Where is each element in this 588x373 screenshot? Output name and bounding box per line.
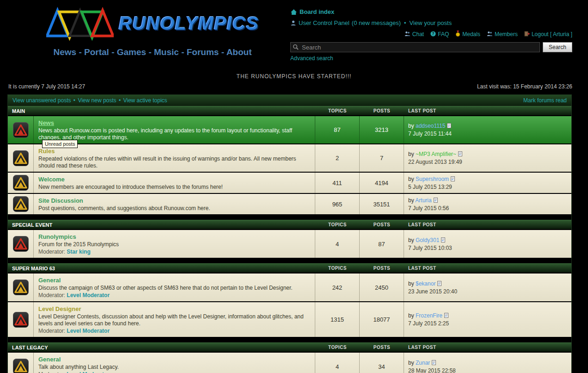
latest-post-icon[interactable]	[458, 151, 462, 158]
by-label: by	[408, 360, 416, 366]
view-unanswered-posts-link[interactable]: View unanswered posts	[12, 97, 71, 104]
last-post-author-link[interactable]: FrozenFire	[416, 312, 442, 319]
category-header: SUPER MARIO 63 TOPICS POSTS LAST POST	[8, 263, 571, 274]
latest-post-icon[interactable]	[434, 198, 438, 204]
moderator-link[interactable]: Level Moderator	[67, 328, 110, 334]
top-links: Chat?FAQMedalsMembersLogout [ Arturia ]	[290, 31, 572, 38]
by-label: by	[408, 237, 416, 243]
search-row: Search	[290, 42, 572, 52]
people-icon	[487, 31, 493, 38]
latest-post-icon[interactable]	[444, 313, 448, 319]
forum-last-post-cell: by Zunar 28 May 2015 22:58	[404, 353, 571, 373]
nav-link-forums[interactable]: Forums	[187, 47, 219, 57]
last-post-author-link[interactable]: addseo1115	[416, 123, 445, 129]
moderator-link[interactable]: Level Moderator	[67, 371, 110, 373]
nav-separator: -	[179, 47, 187, 57]
last-post-author-link[interactable]: Zunar	[416, 360, 430, 366]
ucp-link[interactable]: User Control Panel	[299, 19, 349, 26]
medal-icon	[455, 31, 460, 38]
forum-title-link[interactable]: Rules	[38, 148, 55, 155]
forum-box: View unanswered posts • View new posts •…	[7, 94, 572, 373]
forum-topics-count: 2	[315, 144, 360, 172]
last-post-author-line: by $ekanor	[408, 280, 567, 287]
forum-last-post-cell: by $ekanor 23 June 2015 20:40	[404, 274, 571, 301]
view-new-posts-link[interactable]: View new posts	[78, 97, 116, 104]
medals-link[interactable]: Medals	[455, 31, 480, 38]
last-post-author-link[interactable]: Supershroom	[416, 176, 449, 182]
forum-title-link[interactable]: Welcome	[38, 176, 65, 183]
advanced-search-link[interactable]: Advanced search	[290, 55, 333, 62]
categories-container: MAIN TOPICS POSTS LAST POST News News ab…	[8, 106, 571, 373]
announcement: THE RUNOLYMPICS HAVE STARTED!!!	[0, 73, 588, 80]
forum-posts-count: 4194	[360, 173, 404, 193]
nav-link-portal[interactable]: Portal	[84, 47, 109, 57]
forum-category: SPECIAL EVENT TOPICS POSTS LAST POST Run…	[8, 220, 571, 259]
forum-moderator-line: Moderator: Level Moderator	[38, 328, 310, 335]
latest-post-icon[interactable]	[451, 176, 455, 183]
forum-category: LAST LEGACY TOPICS POSTS LAST POST Gener…	[8, 342, 571, 373]
forum-title-link[interactable]: News	[38, 119, 54, 126]
forum-status-icon	[13, 280, 29, 295]
nav-link-about[interactable]: About	[227, 47, 252, 57]
faq-link[interactable]: ?FAQ	[430, 31, 449, 38]
nav-link-games[interactable]: Games	[117, 47, 146, 57]
latest-post-icon[interactable]	[437, 281, 441, 287]
forum-status-icon	[13, 196, 29, 212]
forum-category: MAIN TOPICS POSTS LAST POST News News ab…	[8, 106, 571, 215]
link-label: Members	[495, 31, 518, 37]
forum-topics-count: 4	[315, 230, 360, 258]
forum-description: Level Designer Contests, discussion abou…	[38, 313, 310, 327]
column-header-posts: POSTS	[360, 266, 404, 271]
forum-moderator-line: Moderator: Star king	[38, 249, 310, 255]
view-active-topics-link[interactable]: View active topics	[123, 97, 167, 104]
search-input[interactable]	[290, 42, 540, 52]
last-post-author-link[interactable]: ~MP3 Amplifier~	[416, 151, 456, 157]
forum-title-link[interactable]: Site Discussion	[38, 197, 83, 204]
moderator-link[interactable]: Star king	[67, 249, 90, 255]
user-icon	[290, 20, 296, 26]
header-right: Board index User Control Panel (0 new me…	[290, 8, 572, 66]
chat-link[interactable]: Chat	[404, 31, 424, 38]
last-post-author-link[interactable]: Goldy301	[416, 237, 439, 243]
forum-title-link[interactable]: Level Designer	[38, 305, 81, 312]
column-header-last-post: LAST POST	[404, 108, 571, 113]
last-post-author-line: by ~MP3 Amplifier~	[408, 151, 567, 158]
forum-info-cell: Level Designer Level Designer Contests, …	[34, 302, 315, 337]
members-link[interactable]: Members	[487, 31, 518, 38]
latest-post-icon[interactable]	[447, 123, 451, 130]
column-header-topics: TOPICS	[315, 345, 360, 350]
forum-icon-cell	[8, 353, 34, 373]
search-button[interactable]: Search	[543, 42, 572, 52]
last-post-author-link[interactable]: Arturia	[415, 197, 431, 204]
latest-post-icon[interactable]	[441, 237, 445, 244]
logout-link[interactable]: Logout [ Arturia ]	[524, 31, 572, 38]
forum-posts-count: 87	[360, 230, 404, 258]
forum-last-post-cell: by addseo1115 7 July 2015 11:44	[404, 116, 571, 143]
forum-topics-count: 4	[315, 353, 360, 373]
forum-info-cell: Welcome New members are encouraged to in…	[34, 173, 315, 193]
forum-title-link[interactable]: General	[38, 277, 61, 284]
by-label: by	[408, 151, 416, 157]
forum-title-link[interactable]: Runolympics	[38, 233, 76, 240]
forum-icon-cell	[8, 274, 34, 301]
forum-last-post-cell: by FrozenFire 7 July 2015 2:25	[404, 302, 571, 337]
column-header-posts: POSTS	[360, 108, 404, 113]
latest-post-icon[interactable]	[432, 360, 436, 367]
category-name: SUPER MARIO 63	[8, 266, 315, 271]
board-index-link[interactable]: Board index	[300, 8, 334, 15]
moderator-label: Moderator:	[38, 292, 67, 298]
moderator-label: Moderator:	[38, 328, 67, 334]
nav-separator: -	[109, 47, 117, 57]
last-visit: Last visit was: 15 February 2014 23:26	[477, 83, 572, 90]
last-post-author-link[interactable]: $ekanor	[416, 280, 435, 287]
mark-forums-read-link[interactable]: Mark forums read	[523, 97, 567, 104]
moderator-link[interactable]: Level Moderator	[67, 292, 110, 298]
forum-toolbar: View unanswered posts • View new posts •…	[8, 95, 571, 106]
forum-description: Talk about anything Last Legacy.	[38, 364, 310, 371]
nav-link-music[interactable]: Music	[154, 47, 179, 57]
forum-title-link[interactable]: General	[38, 356, 61, 363]
view-your-posts-link[interactable]: View your posts	[410, 19, 452, 26]
ucp-line: User Control Panel (0 new messages) • Vi…	[290, 19, 572, 26]
home-icon	[290, 9, 297, 15]
nav-link-news[interactable]: News	[53, 47, 76, 57]
